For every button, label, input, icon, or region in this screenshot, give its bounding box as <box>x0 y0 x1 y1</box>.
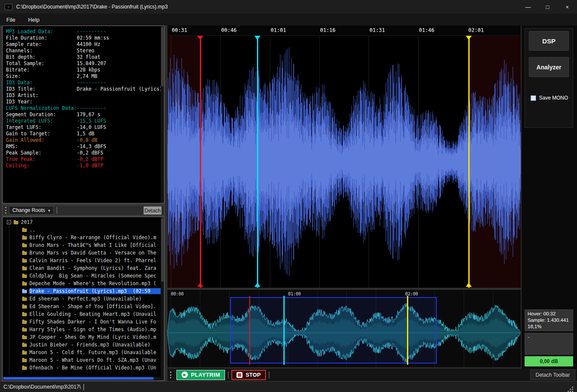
info-row: Bit depth:32 float <box>6 54 160 60</box>
minimize-button[interactable]: — <box>518 0 538 14</box>
toolbar-grip[interactable] <box>170 372 171 378</box>
detach-toolbar-button[interactable]: Detach Toolbar <box>530 369 575 380</box>
file-icon <box>22 252 27 255</box>
file-icon <box>22 305 27 309</box>
marker-handle[interactable] <box>254 36 260 40</box>
tree-item[interactable]: .. <box>3 226 164 234</box>
info-row: Target LUFS:-14,0 LUFS <box>6 124 160 131</box>
status-bar: C:\Dropbox\Documenti\mp3\2017\ <box>0 382 577 392</box>
tree-item[interactable]: Maroon 5 - Cold ft. Future.mp3 (Unavaila… <box>3 349 164 356</box>
marker-handle[interactable] <box>466 283 472 287</box>
analyzer-button[interactable]: Analyzer <box>529 57 569 77</box>
separator <box>228 372 228 378</box>
tree-item[interactable]: Ed Sheeran - Shape of You [Official Vide… <box>3 303 164 310</box>
tree-root[interactable]: - 2017 <box>3 218 164 226</box>
info-row: Integrated LUFS:-15,5 LUFS <box>6 118 160 124</box>
menu-file[interactable]: File <box>0 14 22 26</box>
play-icon: ▶ <box>182 372 188 378</box>
tree-item-label: Ed sheeran - Perfect.mp3 (Unavailable) <box>29 296 141 302</box>
maximize-button[interactable]: □ <box>538 0 557 14</box>
main-wave-area[interactable] <box>167 36 521 288</box>
info-row: LUFS Normalization Data:---------- <box>6 105 160 112</box>
tree-item-label: .. <box>29 227 35 233</box>
collapse-icon[interactable]: - <box>7 220 11 224</box>
info-row: Channels:Stereo <box>6 48 160 54</box>
tree-horizontal-scrollbar[interactable] <box>3 377 160 380</box>
tree-item[interactable]: Bruno Mars - Thatâ€™s What I Like [Offic… <box>3 241 164 249</box>
tree-hscroll-thumb[interactable] <box>3 377 154 380</box>
tree-item-label: JP Cooper - Shes On My Mind (Lyric Video… <box>29 334 156 340</box>
file-icon <box>22 320 27 324</box>
marker-handle[interactable] <box>254 283 260 287</box>
save-mono-label: Save MONO <box>539 95 568 101</box>
file-icon <box>22 336 27 339</box>
ruler-time-label: 00:46 <box>221 27 237 33</box>
overview-selection[interactable] <box>230 297 437 363</box>
tree-item[interactable]: Ed sheeran - Perfect.mp3 (Unavailable) <box>3 295 164 303</box>
title-bar: ≈ C:\Dropbox\Documenti\mp3\2017\Drake - … <box>0 0 577 14</box>
tree-vertical-scrollbar[interactable] <box>161 217 164 381</box>
app-icon-glyph: ≈ <box>8 5 9 9</box>
stop-button[interactable]: STOP <box>231 370 265 380</box>
window-resize-grip[interactable] <box>570 389 571 390</box>
marker-handle[interactable] <box>197 283 203 287</box>
close-button[interactable]: × <box>557 0 577 14</box>
info-scrollbar[interactable] <box>161 26 164 203</box>
menu-help[interactable]: Help <box>22 14 46 26</box>
info-rows: MP3 Loaded Data:----------File Duration:… <box>6 29 160 169</box>
info-row: MP3 Loaded Data:---------- <box>6 29 160 35</box>
ruler-time-label: 01:46 <box>419 27 434 33</box>
roots-bar-grip[interactable] <box>5 207 6 214</box>
tree-item[interactable]: Biffy Clyro - Re-arrange (Official Video… <box>3 234 164 241</box>
tree-item-label: Depeche Mode - Where's the Revolution.mp… <box>29 280 156 286</box>
info-row: Size:2,74 MB <box>6 73 160 80</box>
hover-sample: Sample: 1.430.441 <box>528 317 570 323</box>
gain-display: 0,00 dB <box>525 356 573 366</box>
file-icon <box>22 351 27 355</box>
tree-item-label: Calvin Harris - Feels (Video 2) ft. Phar… <box>29 258 156 263</box>
marker-handle[interactable] <box>468 36 470 288</box>
info-scrollbar-thumb[interactable] <box>161 27 164 86</box>
tree-item[interactable]: Fifty Shades Darker - I Don't Wanna Live… <box>3 318 164 326</box>
tree-item[interactable]: Ellie Goulding - Beating Heart.mp3 (Unav… <box>3 310 164 318</box>
menu-bar: File Help <box>0 14 577 26</box>
marker-handle[interactable] <box>466 36 472 40</box>
overview-waveform[interactable]: 00:0001:0002:00 <box>167 290 521 367</box>
hover-time: Hover: 00:32 <box>528 311 570 317</box>
overview-playhead-marker[interactable] <box>283 296 285 365</box>
tree-item[interactable]: Depeche Mode - Where's the Revolution.mp… <box>3 280 164 287</box>
overview-trim-end-marker[interactable] <box>407 296 408 365</box>
file-tree: - 2017 ..Biffy Clyro - Re-arrange (Offic… <box>2 217 164 381</box>
marker-handle[interactable] <box>197 36 203 40</box>
playhead-marker[interactable] <box>254 36 260 288</box>
save-mono-checkbox[interactable] <box>531 95 536 101</box>
change-roots-dropdown[interactable]: Change Roots ▾ <box>9 206 54 215</box>
save-mono-row: Save MONO <box>531 95 568 101</box>
playtrim-button[interactable]: ▶ PLAYTRIM <box>176 370 225 380</box>
tree-item[interactable]: Bruno Mars vs David Guetta - Versace on … <box>3 249 164 257</box>
trim-end-marker[interactable] <box>466 36 472 288</box>
tree-item-label: Ofenbach - Be Mine (Official Video).mp3 … <box>29 365 156 371</box>
info-row: Peak Sample:-0,2 dBFS <box>6 150 160 156</box>
info-row: Gain to Target:1,5 dB <box>6 131 160 137</box>
info-row: ID3 Year: <box>6 99 160 105</box>
tree-item[interactable]: Clean Bandit - Symphony (Lyrics) feat. Z… <box>3 264 164 272</box>
marker-handle[interactable] <box>200 36 201 288</box>
tree-item[interactable]: Coldplay Big Sean - Miracles (Someone Sp… <box>3 272 164 280</box>
tree-item[interactable]: Maroon 5 - What Lovers Do ft. SZA.mp3 (U… <box>3 356 164 364</box>
tree-item[interactable]: Harry Styles - Sign of the Times (Audio)… <box>3 326 164 333</box>
dsp-button[interactable]: DSP <box>529 31 569 51</box>
main-ruler: 00:3100:4601:0101:1601:3101:4602:01 <box>167 26 521 36</box>
tree-vscroll-thumb[interactable] <box>161 218 164 282</box>
marker-handle[interactable] <box>257 36 258 288</box>
tree-item-selected[interactable]: Drake - Passionfruit (Lyrics).mp3 (02:59 <box>3 287 164 295</box>
tree-item[interactable]: Calvin Harris - Feels (Video 2) ft. Phar… <box>3 257 164 264</box>
tree-item[interactable]: Ofenbach - Be Mine (Official Video).mp3 … <box>3 364 164 372</box>
detach-button[interactable]: Detach <box>144 206 162 215</box>
tree-item[interactable]: JP Cooper - Shes On My Mind (Lyric Video… <box>3 333 164 341</box>
overview-trim-start-marker[interactable] <box>249 296 250 365</box>
info-row: ID3 Data:---------- <box>6 80 160 86</box>
tree-item[interactable]: Justin Bieber - Friends.mp3 (Unavailable… <box>3 341 164 349</box>
info-row: ID3 Title:Drake - Passionfruit (Lyrics) <box>6 86 160 92</box>
trim-start-marker[interactable] <box>197 36 203 288</box>
